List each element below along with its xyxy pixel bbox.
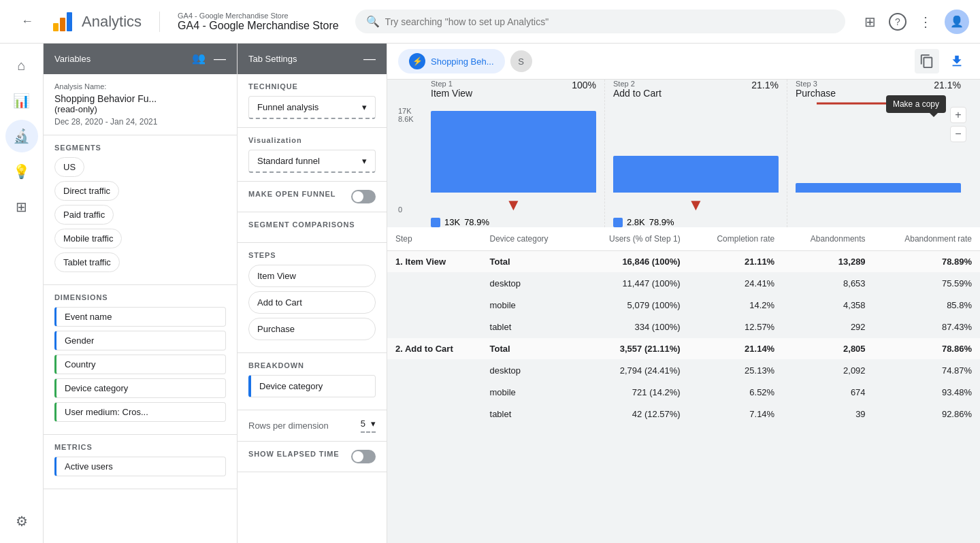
cell-abandonments: 39 — [783, 404, 873, 425]
property-sub: GA4 - Google Merchandise Store — [178, 12, 339, 20]
cell-abandon-rate: 78.86% — [874, 338, 980, 360]
cell-device: tablet — [482, 316, 577, 338]
viz-select[interactable]: Standard funnel ▾ — [248, 150, 376, 173]
shopping-behavior-tab[interactable]: ⚡ Shopping Beh... — [398, 49, 505, 73]
segment-us[interactable]: US — [54, 157, 84, 177]
search-bar[interactable]: 🔍 — [355, 10, 845, 33]
svg-rect-0 — [53, 23, 59, 31]
cell-completion: 6.52% — [689, 382, 783, 404]
more-icon[interactable]: ⋮ — [917, 14, 934, 30]
variables-minimize[interactable]: — — [214, 52, 226, 66]
segment-tablet[interactable]: Tablet traffic — [54, 252, 120, 272]
segment-paid[interactable]: Paid traffic — [54, 205, 114, 225]
step2-bar — [613, 156, 779, 193]
dimension-gender[interactable]: Gender — [54, 331, 226, 350]
download-button[interactable] — [945, 49, 969, 73]
col-abandon-rate: Abandonment rate — [874, 227, 980, 251]
technique-label: TECHNIQUE — [248, 82, 376, 90]
funnel-data-table: Step Device category Users (% of Step 1)… — [387, 227, 980, 425]
nav-home[interactable]: ⌂ — [5, 49, 38, 82]
step1-pct: 100% — [572, 80, 596, 99]
user-avatar[interactable]: 👤 — [945, 10, 969, 34]
step1-drop-arrow: ▼ — [431, 195, 596, 214]
content-header: ⚡ Shopping Beh... S — [387, 44, 980, 80]
table-row: mobile 721 (14.2%) 6.52% 674 93.48% — [387, 382, 980, 404]
dimension-country[interactable]: Country — [54, 355, 226, 374]
table-body: 1. Item View Total 16,846 (100%) 21.11% … — [387, 251, 980, 425]
cell-completion: 7.14% — [689, 404, 783, 425]
search-icon: 🔍 — [366, 15, 380, 28]
cell-abandonments: 4,358 — [783, 295, 873, 316]
rows-select[interactable]: 5 ▾ — [361, 418, 376, 433]
topbar-property: GA4 - Google Merchandise Store GA4 - Goo… — [178, 12, 339, 32]
cell-abandon-rate: 78.89% — [874, 251, 980, 273]
nav-explore[interactable]: 🔬 — [5, 120, 38, 152]
step-add-to-cart[interactable]: Add to Cart — [248, 291, 376, 314]
cell-step — [387, 404, 482, 425]
step2-num: Step 2 — [613, 80, 662, 88]
tab-settings-minimize[interactable]: — — [363, 52, 376, 66]
step-purchase[interactable]: Purchase — [248, 318, 376, 340]
variables-title: Variables — [54, 54, 91, 64]
table-row: desktop 2,794 (24.41%) 25.13% 2,092 74.8… — [387, 360, 980, 382]
cell-abandonments: 8,653 — [783, 273, 873, 295]
nav-configure[interactable]: ⊞ — [5, 191, 38, 223]
metric-active-users[interactable]: Active users — [54, 457, 226, 476]
step1-legend-pct: 78.9% — [464, 217, 489, 227]
cell-device: mobile — [482, 295, 577, 316]
table-row: desktop 11,447 (100%) 24.41% 8,653 75.59… — [387, 273, 980, 295]
make-copy-button[interactable] — [915, 49, 939, 73]
dimension-event-name[interactable]: Event name — [54, 307, 226, 327]
step-item-view[interactable]: Item View — [248, 265, 376, 287]
analytics-logo — [50, 10, 75, 34]
step2-legend-box — [613, 218, 623, 227]
step2-pct: 21.1% — [751, 80, 779, 99]
zoom-in-button[interactable]: + — [950, 107, 966, 123]
nav-admin[interactable]: ⚙ — [5, 505, 38, 538]
topbar-actions: ⊞ ? ⋮ 👤 — [862, 10, 969, 34]
step1-num: Step 1 — [431, 80, 472, 88]
back-button[interactable]: ← — [11, 5, 44, 38]
tab-s[interactable]: S — [510, 50, 532, 72]
dimensions-section: DIMENSIONS Event name Gender Country Dev… — [44, 285, 237, 435]
cell-abandonments: 2,805 — [783, 338, 873, 360]
technique-select[interactable]: Funnel analysis ▾ — [248, 96, 376, 119]
main-layout: ⌂ 📊 🔬 💡 ⊞ ⚙ Variables 👥 — Analysis Name:… — [0, 44, 980, 543]
nav-advertising[interactable]: 💡 — [5, 155, 38, 188]
cell-step — [387, 295, 482, 316]
segment-mobile[interactable]: Mobile traffic — [54, 229, 122, 248]
segment-direct[interactable]: Direct traffic — [54, 181, 119, 201]
table-row: tablet 42 (12.57%) 7.14% 39 92.86% — [387, 404, 980, 425]
grid-icon[interactable]: ⊞ — [862, 14, 878, 30]
property-main: GA4 - Google Merchandise Store — [178, 20, 339, 32]
cell-device: mobile — [482, 382, 577, 404]
chart-area: 17K 8.6K 0 Step 1 Item View 100% — [387, 80, 980, 543]
app-name: Analytics — [82, 13, 142, 31]
cell-users: 2,794 (24.41%) — [577, 360, 689, 382]
open-funnel-label: MAKE OPEN FUNNEL — [248, 190, 336, 198]
cell-step — [387, 316, 482, 338]
nav-reports[interactable]: 📊 — [5, 84, 38, 117]
segment-comparisons-section: SEGMENT COMPARISONS — [238, 212, 387, 243]
funnel-step-2: Step 2 Add to Cart 21.1% ▼ 2.8K 7 — [605, 80, 787, 227]
search-input[interactable] — [385, 16, 834, 27]
cell-abandon-rate: 92.86% — [874, 404, 980, 425]
svg-rect-1 — [60, 18, 65, 31]
variables-header: Variables 👥 — — [44, 44, 237, 74]
dimension-user-medium[interactable]: User medium: Cros... — [54, 402, 226, 422]
zoom-out-button[interactable]: − — [950, 126, 966, 142]
variables-panel: Variables 👥 — Analysis Name: Shopping Be… — [44, 44, 238, 543]
steps-label: STEPS — [248, 251, 376, 259]
cell-users: 334 (100%) — [577, 316, 689, 338]
dimension-device-category[interactable]: Device category — [54, 378, 226, 398]
open-funnel-toggle[interactable] — [351, 190, 376, 203]
topbar-divider — [159, 12, 160, 32]
show-elapsed-toggle[interactable] — [351, 450, 376, 463]
variables-people-icon[interactable]: 👥 — [192, 52, 206, 66]
breakdown-device-category[interactable]: Device category — [248, 375, 376, 397]
col-device: Device category — [482, 227, 577, 251]
help-icon[interactable]: ? — [889, 13, 906, 31]
step3-bar — [796, 183, 961, 193]
cell-step — [387, 360, 482, 382]
tab-settings-title: Tab Settings — [248, 54, 297, 64]
